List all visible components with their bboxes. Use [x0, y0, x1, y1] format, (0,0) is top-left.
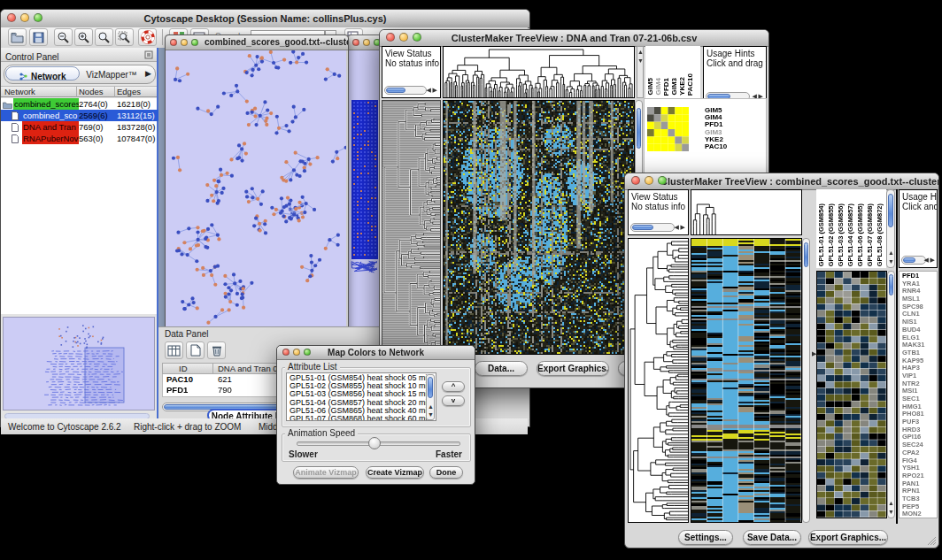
tv2-zoom-vscroll-thumb[interactable]	[889, 274, 893, 295]
close-icon[interactable]	[170, 39, 177, 46]
scroll-up-icon[interactable]: ▲	[888, 249, 894, 257]
zoom-in-button[interactable]	[74, 28, 93, 46]
tv2-heatmap-vscroll-thumb[interactable]	[804, 242, 808, 267]
treeview2-titlebar[interactable]: ClusterMaker TreeView : combined_scores_…	[625, 173, 938, 190]
tv1-save-data-button[interactable]: Data...	[475, 361, 528, 376]
attribute-list-vscrollbar[interactable]: ▲ ▼	[426, 374, 435, 420]
done-button[interactable]: Done	[429, 466, 463, 479]
tv2-zoom-heatmap-canvas[interactable]	[817, 272, 886, 518]
tv1-column-dendrogram-canvas[interactable]	[444, 47, 634, 97]
tab-network[interactable]: Network	[5, 66, 80, 81]
close-icon[interactable]	[7, 13, 16, 22]
delete-attribute-button[interactable]	[207, 341, 226, 359]
tv2-row-dendrogram-canvas[interactable]	[629, 239, 688, 522]
close-icon[interactable]	[352, 39, 359, 46]
tv1-similarity-matrix-canvas[interactable]	[647, 107, 689, 151]
network1-titlebar[interactable]: combined_scores_good.txt--cluste...	[166, 35, 348, 50]
minimize-icon[interactable]	[293, 349, 300, 356]
tv2-usage-scrollbar[interactable]	[901, 256, 926, 265]
zoom-fit-button[interactable]	[95, 28, 113, 46]
main-titlebar[interactable]: Cytoscape Desktop (Session Name: collins…	[1, 10, 529, 28]
network-view-1-canvas[interactable]	[166, 50, 346, 335]
dialog-titlebar[interactable]: Map Colors to Network	[277, 346, 475, 360]
tv2-heatmap-canvas[interactable]	[691, 239, 801, 522]
collapse-down-icon[interactable]: ▼	[637, 58, 644, 65]
scroll-down-icon[interactable]: ▼	[428, 411, 434, 418]
network-row[interactable]: RNAPuberNov2+563(0)107847(0)	[1, 133, 158, 144]
tv2-column-dendrogram-canvas[interactable]	[691, 190, 801, 234]
zoom-selected-button[interactable]	[115, 28, 134, 46]
animate-vizmap-button[interactable]: Animate Vizmap	[293, 466, 359, 479]
network-table-header[interactable]: Network Nodes Edges	[1, 86, 157, 97]
minimize-icon[interactable]	[20, 13, 29, 22]
tv1-heatmap[interactable]	[443, 100, 635, 355]
tv1-heatmap-vscroll-thumb[interactable]	[637, 108, 641, 149]
tv2-settings-button[interactable]: Settings...	[678, 530, 733, 545]
scroll-left-icon[interactable]: ◀	[675, 224, 679, 231]
tv2-usage-scroll-thumb[interactable]	[903, 257, 915, 263]
attribute-list-item[interactable]: GPL51-07 (GSM868) heat shock 60 min	[290, 415, 436, 421]
speed-slider-thumb[interactable]	[368, 437, 381, 449]
collapse-up-icon[interactable]: ▲	[637, 49, 644, 56]
float-panel-icon[interactable]	[144, 50, 153, 59]
tv2-row-dendrogram[interactable]	[628, 238, 689, 523]
tv2-collabel-vscroll-thumb[interactable]	[888, 194, 893, 227]
move-down-button[interactable]: v	[442, 395, 465, 406]
scroll-up-icon[interactable]: ▲	[888, 500, 894, 507]
tv2-zoom-vscrollbar[interactable]: ▲ ▼	[887, 271, 895, 518]
tv1-column-dendrogram[interactable]	[443, 46, 635, 98]
network-list-empty-area[interactable]	[1, 146, 157, 314]
tv2-column-dendrogram[interactable]	[691, 189, 802, 235]
network-row[interactable]: DNA and Tran 07769(0)183728(0)	[1, 121, 158, 133]
scroll-down-icon[interactable]: ▼	[888, 258, 894, 265]
network-overview-canvas[interactable]	[4, 318, 154, 410]
zoom-out-button[interactable]	[54, 28, 73, 46]
network-overview-panel[interactable]	[3, 317, 155, 410]
tv1-row-dendrogram[interactable]	[382, 100, 441, 355]
close-icon[interactable]	[631, 176, 640, 185]
minimize-icon[interactable]	[645, 176, 653, 185]
tv2-export-graphics-button[interactable]: Export Graphics...	[808, 530, 888, 545]
tv2-status-scrollbar[interactable]	[630, 223, 675, 232]
scroll-down-icon[interactable]: ▼	[888, 509, 894, 516]
help-button[interactable]	[138, 28, 157, 46]
attribute-list-vscroll-thumb[interactable]	[428, 377, 433, 398]
scroll-right-icon[interactable]: ▶	[433, 87, 437, 94]
attribute-select-button[interactable]	[165, 341, 183, 359]
tv1-row-dendrogram-canvas[interactable]	[382, 101, 440, 354]
zoom-window-icon[interactable]	[34, 13, 42, 22]
scroll-left-icon[interactable]: ◀	[427, 87, 431, 94]
zoom-window-icon[interactable]	[191, 39, 198, 46]
tv2-heatmap[interactable]	[691, 238, 802, 523]
create-vizmap-button[interactable]: Create Vizmap	[366, 466, 424, 479]
tab-vizmapper[interactable]: VizMapper™	[82, 66, 141, 81]
zoom-window-icon[interactable]	[413, 33, 421, 42]
tv2-gene-label[interactable]: MON2	[902, 510, 937, 518]
move-up-button[interactable]: ^	[442, 381, 465, 392]
resize-grip-icon[interactable]	[926, 535, 937, 546]
tv2-collabel-vscrollbar[interactable]: ▲ ▼	[886, 189, 895, 268]
tv1-status-scroll-thumb[interactable]	[386, 88, 405, 93]
scroll-right-icon[interactable]: ▶	[681, 224, 685, 231]
network-row[interactable]: combined_sco2569(6)13112(15)	[1, 110, 158, 121]
treeview1-titlebar[interactable]: ClusterMaker TreeView : DNA and Tran 07-…	[380, 30, 768, 47]
minimize-icon[interactable]	[181, 39, 188, 46]
tv2-zoom-heatmap[interactable]	[816, 271, 887, 518]
minimize-icon[interactable]	[363, 39, 370, 46]
zoom-window-icon[interactable]	[658, 176, 667, 185]
close-icon[interactable]	[282, 349, 290, 356]
tv1-export-graphics-button[interactable]: Export Graphics...	[537, 361, 609, 376]
network-row[interactable]: combined_scores2764(0)16218(0)	[1, 98, 158, 110]
tv1-status-scrollbar[interactable]	[384, 86, 427, 95]
attribute-listbox[interactable]: GPL51-01 (GSM854) heat shock 05 minGPL51…	[286, 372, 436, 421]
tv1-heatmap-canvas[interactable]	[444, 101, 634, 354]
tv2-heatmap-vscrollbar[interactable]	[802, 238, 810, 523]
tv1-splitter-strip[interactable]: ▲ ▼	[637, 46, 644, 98]
scroll-right-icon[interactable]: ▶	[930, 257, 935, 264]
scroll-left-icon[interactable]: ◀	[924, 257, 929, 264]
zoom-window-icon[interactable]	[304, 349, 311, 356]
close-icon[interactable]	[386, 33, 395, 42]
tab-overflow-arrow[interactable]: ▶	[145, 69, 151, 78]
scroll-up-icon[interactable]: ▲	[428, 403, 434, 410]
tv2-status-scroll-thumb[interactable]	[632, 225, 653, 230]
